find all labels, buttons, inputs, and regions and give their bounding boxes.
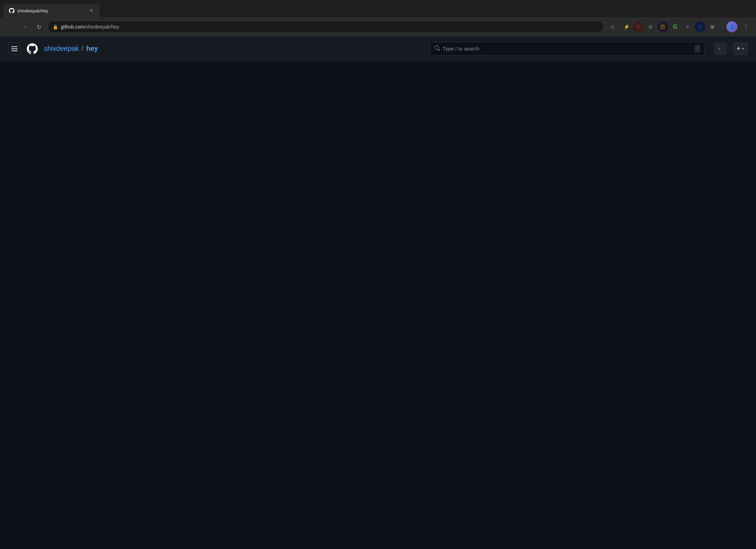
breadcrumb: shivdeepak / hey: [44, 45, 98, 53]
hamburger-menu-button[interactable]: [8, 43, 21, 55]
profile-avatar: 👤: [726, 21, 737, 32]
kbd-slash: /: [697, 46, 698, 51]
search-placeholder-text: Type / to search: [443, 46, 691, 52]
profile-button[interactable]: 👤: [726, 21, 737, 32]
extension-sparkle[interactable]: ✳: [682, 21, 693, 32]
browser-chrome: shivdeepak/hey ✕ ← → ↻ 🔒 github.com/shiv…: [0, 0, 756, 36]
browser-tabs: shivdeepak/hey ✕: [0, 0, 756, 17]
browser-toolbar: ← → ↻ 🔒 github.com/shivdeepak/hey ☆ ⚡ 🛡 …: [0, 17, 756, 36]
url-display: github.com/shivdeepak/hey: [61, 24, 599, 30]
tab-favicon: [9, 8, 14, 13]
main-content: [0, 61, 756, 549]
search-icon: [434, 45, 440, 52]
tab-close-button[interactable]: ✕: [89, 8, 94, 13]
github-header: shivdeepak / hey Type / to search / >_ +…: [0, 36, 756, 61]
address-bar[interactable]: 🔒 github.com/shivdeepak/hey: [47, 21, 604, 33]
header-actions: >_ + ▾: [714, 43, 748, 55]
svg-rect-0: [11, 46, 18, 47]
extension-grammarly[interactable]: G: [670, 21, 681, 32]
search-kbd-shortcut: /: [694, 45, 701, 52]
extension-lightning[interactable]: ⚡: [621, 21, 632, 32]
breadcrumb-user[interactable]: shivdeepak: [44, 45, 79, 53]
tab-title: shivdeepak/hey: [17, 8, 86, 13]
svg-rect-1: [11, 48, 18, 49]
url-path: /shivdeepak/hey: [84, 24, 119, 30]
bookmark-button[interactable]: ☆: [607, 21, 618, 33]
extension-manager[interactable]: ⊞: [707, 21, 718, 32]
terminal-icon: >_: [718, 46, 724, 52]
extension-lastpass[interactable]: ⚿: [657, 21, 668, 32]
browser-menu-button[interactable]: ⋮: [740, 21, 752, 33]
extension-privacy-badger[interactable]: ⊙: [645, 21, 656, 32]
github-logo[interactable]: [26, 43, 38, 55]
extension-shield[interactable]: 🛡: [633, 22, 644, 32]
reload-button[interactable]: ↻: [33, 21, 45, 33]
global-search[interactable]: Type / to search /: [430, 42, 705, 56]
plus-icon: +: [736, 45, 741, 53]
chevron-down-icon: ▾: [742, 46, 744, 51]
extension-vpn[interactable]: V: [694, 21, 705, 32]
create-new-button[interactable]: + ▾: [733, 43, 748, 55]
forward-button[interactable]: →: [19, 21, 30, 33]
browser-extensions: ⚡ 🛡 ⊙ ⚿ G ✳ V ⊞: [621, 21, 718, 32]
header-divider: [730, 45, 730, 53]
toolbar-divider: [722, 23, 722, 31]
terminal-button[interactable]: >_: [714, 43, 727, 55]
lock-icon: 🔒: [53, 24, 58, 30]
url-domain: github.com: [61, 24, 84, 30]
svg-rect-2: [11, 51, 18, 51]
breadcrumb-repo[interactable]: hey: [86, 45, 98, 53]
back-button[interactable]: ←: [4, 21, 16, 33]
breadcrumb-separator: /: [81, 45, 84, 53]
active-tab[interactable]: shivdeepak/hey ✕: [3, 4, 100, 17]
